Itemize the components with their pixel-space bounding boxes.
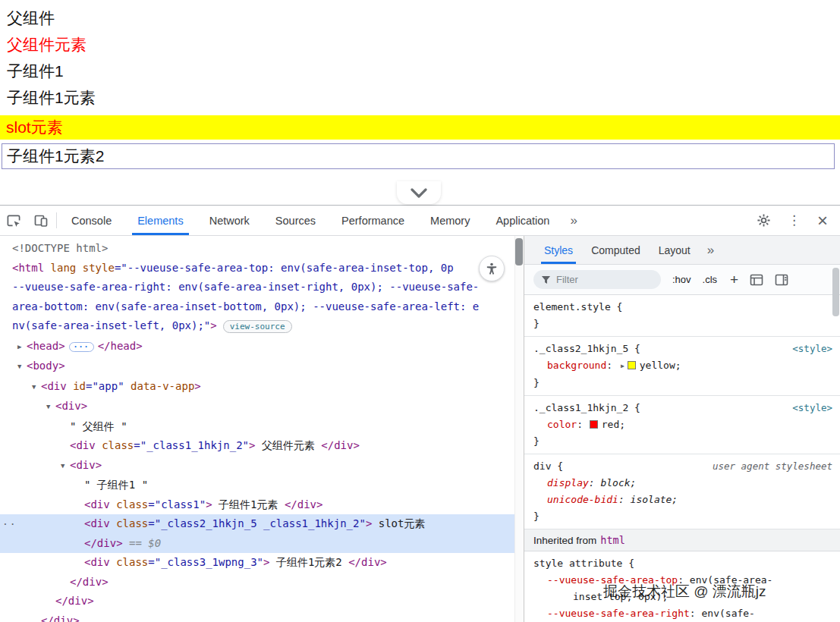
color-swatch[interactable] [590, 420, 598, 429]
styles-filter-input[interactable]: Filter [533, 270, 661, 289]
accessibility-icon[interactable] [479, 256, 505, 281]
css-property[interactable]: background: ▶yellow; [533, 357, 832, 375]
inherited-from-header: Inherited fromhtml [524, 529, 840, 551]
dom-tree-line[interactable]: ▼<div> [0, 397, 524, 417]
dom-tree-line[interactable]: <html lang style="--vueuse-safe-area-top… [0, 259, 524, 278]
property-name: color [547, 419, 577, 430]
code-token: --vueuse-safe-area-right: env(safe-area-… [12, 281, 479, 293]
dom-tree-line[interactable]: ▼<div id="app" data-v-app> [0, 377, 524, 397]
rule-source-link[interactable]: <style> [792, 341, 832, 357]
code-token: slot元素 [372, 517, 425, 529]
devtools-tab-console[interactable]: Console [58, 206, 124, 235]
device-toolbar-icon[interactable] [33, 213, 49, 228]
collapse-arrow-icon[interactable]: ▼ [17, 357, 27, 377]
dom-tree-line[interactable]: " 子组件1 " [0, 476, 524, 495]
collapse-arrow-icon[interactable]: ▼ [32, 378, 41, 397]
more-options-kebab-icon[interactable]: ⋮ [788, 214, 801, 227]
rule-close-brace: } [533, 433, 832, 450]
collapsed-children-button[interactable]: ··· [69, 342, 94, 352]
devtools-tab-application[interactable]: Application [483, 206, 562, 235]
dom-tree-line[interactable]: ··<div class="_class2_1hkjn_5 _class1_1h… [0, 514, 524, 534]
rule-selector[interactable]: ._class1_1hkjn_2 { [533, 400, 640, 416]
pseudo-state-toggle[interactable]: :hov [672, 274, 691, 285]
css-property[interactable]: display: block; [533, 475, 832, 492]
code-token: </head> [98, 340, 143, 352]
dom-tree-line[interactable]: ▼<div> [0, 456, 524, 476]
code-token: </div> [70, 576, 109, 588]
view-source-badge[interactable]: view-source [223, 320, 292, 333]
slot-element-bar: slot元素 [0, 115, 840, 140]
code-token: </div> [285, 498, 323, 510]
code-token: <!DOCTYPE html> [12, 242, 108, 254]
code-token: </div> [41, 614, 80, 622]
code-token: > [210, 319, 216, 331]
css-property[interactable]: unicode-bidi: isolate; [533, 492, 832, 508]
devtools-tabs: ConsoleElementsNetworkSourcesPerformance… [58, 206, 562, 235]
dom-tree-line[interactable]: area-bottom: env(safe-area-inset-bottom,… [0, 297, 524, 317]
close-devtools-icon[interactable]: × [817, 212, 828, 230]
new-style-rule-button[interactable]: + [730, 272, 738, 288]
dom-tree-line[interactable]: </div> == $0 [0, 534, 524, 554]
dom-tree-line[interactable]: <!DOCTYPE html> [0, 239, 524, 259]
settings-gear-icon[interactable] [757, 213, 771, 228]
rendering-emulations-icon[interactable] [750, 274, 763, 286]
inspect-element-icon[interactable] [6, 213, 21, 228]
devtools-tab-memory[interactable]: Memory [417, 206, 483, 235]
rule-selector[interactable]: element.style { [533, 299, 622, 316]
sidebar-tab-styles[interactable]: Styles [535, 236, 582, 264]
devtools-tab-sources[interactable]: Sources [263, 206, 329, 235]
expand-arrow-icon[interactable]: ▶ [17, 338, 27, 357]
styles-scrollbar-thumb[interactable] [832, 268, 839, 316]
inherited-from-node-link[interactable]: html [600, 534, 625, 546]
code-token: ="_class2_1hkjn_5 _class1_1hkjn_2" [148, 517, 366, 529]
dom-tree-line[interactable]: <div class="_class3_1wpng_3"> 子组件1元素2 </… [0, 553, 524, 573]
element-class-toggle[interactable]: .cls [703, 274, 718, 285]
dom-tree-line[interactable]: nv(safe-area-inset-left, 0px);">view-sou… [0, 316, 524, 337]
dom-tree-line[interactable]: ▶<head>···</head> [0, 337, 524, 357]
dom-tree-line[interactable]: " 父组件 " [0, 417, 524, 437]
vue-devtools-handle[interactable] [397, 181, 441, 204]
rule-close-brace: } [533, 316, 832, 332]
dom-tree-line[interactable]: </div> [0, 592, 524, 611]
code-token: nv(safe-area-inset-left, 0px);" [12, 319, 210, 331]
devtools-tab-network[interactable]: Network [197, 206, 263, 235]
code-token: class [110, 556, 149, 568]
sidebar-tab-computed[interactable]: Computed [582, 236, 650, 264]
elements-scrollbar-thumb[interactable] [515, 238, 523, 265]
dom-tree-line[interactable]: <div class="_class1_1hkjn_2"> 父组件元素 </di… [0, 436, 524, 456]
collapse-arrow-icon[interactable]: ▼ [46, 397, 55, 417]
color-swatch[interactable] [628, 361, 636, 369]
rule-selector[interactable]: div { [533, 458, 563, 475]
code-token: <div [70, 439, 96, 451]
code-token: <div> [55, 400, 87, 412]
css-property[interactable]: --vueuse-safe-area-right: env(safe- [533, 605, 832, 622]
dom-tree-line[interactable]: --vueuse-safe-area-right: env(safe-area-… [0, 278, 524, 297]
rule-selector[interactable]: ._class2_1hkjn_5 { [533, 341, 640, 357]
property-name: background [547, 360, 606, 371]
code-token: <div [84, 498, 110, 510]
shorthand-expand-arrow[interactable]: ▶ [621, 363, 624, 369]
code-token: ="class1" [148, 498, 206, 510]
rule-selector[interactable]: style attribute { [533, 555, 634, 572]
devtools-tab-elements[interactable]: Elements [124, 206, 196, 235]
dom-tree-line[interactable]: </div> [0, 611, 524, 622]
computed-sidebar-toggle-icon[interactable] [775, 274, 788, 286]
more-panels-icon[interactable]: » [700, 243, 722, 258]
code-token: <body> [27, 360, 65, 372]
devtools-tab-performance[interactable]: Performance [329, 206, 417, 235]
elements-scrollbar[interactable] [514, 236, 524, 622]
child1-element-text: 子组件1元素 [0, 84, 840, 111]
sidebar-tab-layout[interactable]: Layout [650, 236, 700, 264]
rule-source-link[interactable]: user agent stylesheet [713, 458, 832, 475]
rule-source-link[interactable]: <style> [792, 400, 832, 416]
property-value: yellow; [640, 360, 681, 371]
more-tabs-icon[interactable]: » [562, 213, 584, 228]
dom-tree-line[interactable]: <div class="class1"> 子组件1元素 </div> [0, 495, 524, 515]
collapse-arrow-icon[interactable]: ▼ [61, 457, 70, 476]
dom-tree-line[interactable]: </div> [0, 573, 524, 592]
dom-tree-line[interactable]: ▼<body> [0, 357, 524, 377]
code-token: " 父组件 " [70, 420, 127, 432]
property-value: block; [600, 477, 636, 488]
code-token: > [206, 498, 212, 510]
css-property[interactable]: color: red; [533, 416, 832, 433]
